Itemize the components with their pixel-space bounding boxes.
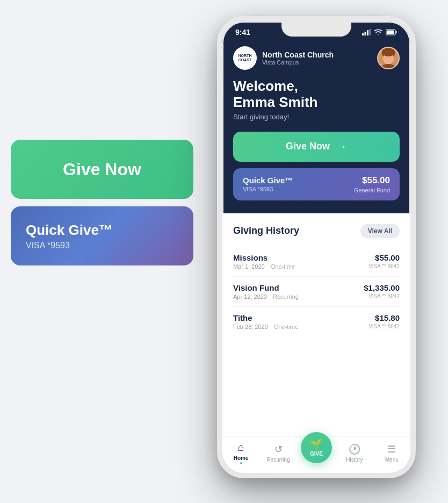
org-info: North Coast Church Vista Campus: [262, 51, 334, 66]
quick-give-amount: $55.00: [354, 175, 390, 186]
svg-rect-0: [362, 33, 364, 35]
quick-give-card-info: VISA *9593: [243, 186, 293, 192]
nav-menu-label: Menu: [385, 457, 399, 463]
history-item-left: Tithe Feb 28, 2020 One-time: [233, 313, 298, 330]
history-item-card: VISA ** 8042: [368, 263, 400, 269]
svg-rect-6: [387, 31, 394, 34]
history-item-tithe: Tithe Feb 28, 2020 One-time $15.80 VISA …: [233, 307, 400, 336]
quick-give-title: Quick Give™: [243, 176, 293, 185]
history-item-name: Vision Fund: [233, 283, 299, 292]
quick-give-fund: General Fund: [354, 187, 390, 193]
welcome-section: Welcome, Emma Smith Start giving today!: [233, 78, 400, 121]
quick-give-card[interactable]: Quick Give™ VISA *9593: [11, 206, 193, 265]
org-logo: NORTHCOAST: [233, 46, 257, 70]
history-item-type: One-time: [274, 324, 298, 330]
history-item-name: Tithe: [233, 313, 298, 322]
org-row: NORTHCOAST North Coast Church Vista Camp…: [233, 46, 400, 70]
history-item-date: Mar 1, 2020: [233, 263, 265, 270]
svg-rect-2: [367, 30, 368, 35]
org-left: NORTHCOAST North Coast Church Vista Camp…: [233, 46, 334, 70]
nav-dot: [240, 462, 242, 464]
avatar-image: [378, 48, 399, 68]
recurring-icon: ↺: [274, 443, 283, 455]
view-all-button[interactable]: View All: [360, 224, 400, 238]
giving-history-title: Giving History: [233, 225, 299, 236]
menu-icon: ☰: [387, 443, 396, 455]
card-stack: Give Now Quick Give™ VISA *9593: [11, 140, 193, 273]
quick-give-card-sub: VISA *9593: [26, 241, 70, 250]
home-icon: ⌂: [238, 441, 244, 454]
history-item-vision: Vision Fund Apr 12, 2020 Recurring $1,33…: [233, 277, 400, 307]
svg-rect-1: [365, 32, 366, 35]
history-item-card: VISA ** 8042: [364, 293, 400, 299]
nav-item-history[interactable]: 🕐 History: [339, 443, 369, 463]
give-now-card-label: Give Now: [63, 160, 141, 179]
history-item-meta: Apr 12, 2020 Recurring: [233, 293, 299, 300]
phone-wrapper: 9:41: [217, 16, 416, 478]
history-item-left: Missions Mar 1, 2020 One-time: [233, 253, 295, 270]
quick-give-right: $55.00 General Fund: [354, 175, 390, 193]
phone-inner: 9:41: [222, 21, 410, 473]
give-now-button-label: Give Now: [286, 141, 330, 152]
history-item-type: One-time: [271, 263, 295, 270]
avatar[interactable]: [377, 47, 400, 69]
give-plant-icon: 🌱: [309, 438, 323, 451]
history-item-right: $1,335.00 VISA ** 8042: [364, 283, 400, 299]
history-item-date: Apr 12, 2020: [233, 293, 267, 300]
welcome-title: Welcome, Emma Smith: [233, 78, 400, 111]
history-item-amount: $1,335.00: [364, 283, 400, 292]
history-item-amount: $55.00: [368, 253, 400, 262]
signal-icon: [362, 29, 371, 35]
phone-notch: [281, 21, 351, 37]
quick-give-card-label: Quick Give™: [26, 222, 113, 239]
history-item-type: Recurring: [273, 293, 299, 300]
quick-give-button[interactable]: Quick Give™ VISA *9593 $55.00 General Fu…: [233, 168, 400, 200]
nav-item-recurring[interactable]: ↺ Recurring: [264, 443, 293, 463]
history-item-right: $55.00 VISA ** 8042: [368, 253, 400, 269]
history-item-name: Missions: [233, 253, 295, 262]
history-item-meta: Mar 1, 2020 One-time: [233, 263, 295, 270]
status-time: 9:41: [235, 28, 250, 37]
org-name: North Coast Church: [262, 51, 334, 59]
action-buttons: Give Now → Quick Give™ VISA *9593 $55.00…: [222, 132, 410, 213]
battery-icon: [386, 29, 398, 35]
nav-home-label: Home: [234, 455, 249, 461]
bottom-nav: ⌂ Home ↺ Recurring 🌱 GIVE 🕐 History: [222, 436, 410, 473]
nav-item-menu[interactable]: ☰ Menu: [377, 443, 407, 463]
main-content: Giving History View All Missions Mar 1, …: [222, 213, 410, 436]
scene: Give Now Quick Give™ VISA *9593 9:41: [0, 0, 448, 503]
wifi-icon: [374, 29, 382, 35]
history-item-meta: Feb 28, 2020 One-time: [233, 324, 298, 330]
app-header: NORTHCOAST North Coast Church Vista Camp…: [222, 40, 410, 132]
history-item-amount: $15.80: [368, 313, 400, 322]
nav-history-label: History: [346, 457, 363, 463]
nav-item-home[interactable]: ⌂ Home: [226, 441, 256, 464]
svg-point-10: [382, 48, 395, 56]
give-now-button[interactable]: Give Now →: [233, 132, 400, 162]
nav-recurring-label: Recurring: [266, 457, 290, 463]
welcome-subtitle: Start giving today!: [233, 113, 400, 121]
org-campus: Vista Campus: [262, 59, 334, 66]
history-item-missions: Missions Mar 1, 2020 One-time $55.00 VIS…: [233, 247, 400, 277]
history-item-date: Feb 28, 2020: [233, 324, 268, 330]
nav-give-button[interactable]: 🌱 GIVE: [301, 432, 332, 463]
arrow-right-icon: →: [336, 140, 347, 153]
svg-rect-3: [370, 29, 371, 35]
history-item-left: Vision Fund Apr 12, 2020 Recurring: [233, 283, 299, 300]
status-icons: [362, 29, 398, 35]
giving-history-header: Giving History View All: [233, 224, 400, 238]
nav-give-label: GIVE: [310, 451, 323, 457]
phone-frame: 9:41: [217, 16, 416, 478]
history-item-right: $15.80 VISA ** 8042: [368, 313, 400, 329]
quick-give-left: Quick Give™ VISA *9593: [243, 176, 293, 192]
history-item-card: VISA ** 8042: [368, 324, 400, 329]
history-icon: 🕐: [349, 443, 360, 455]
give-now-card[interactable]: Give Now: [11, 140, 193, 199]
svg-rect-5: [396, 31, 398, 33]
